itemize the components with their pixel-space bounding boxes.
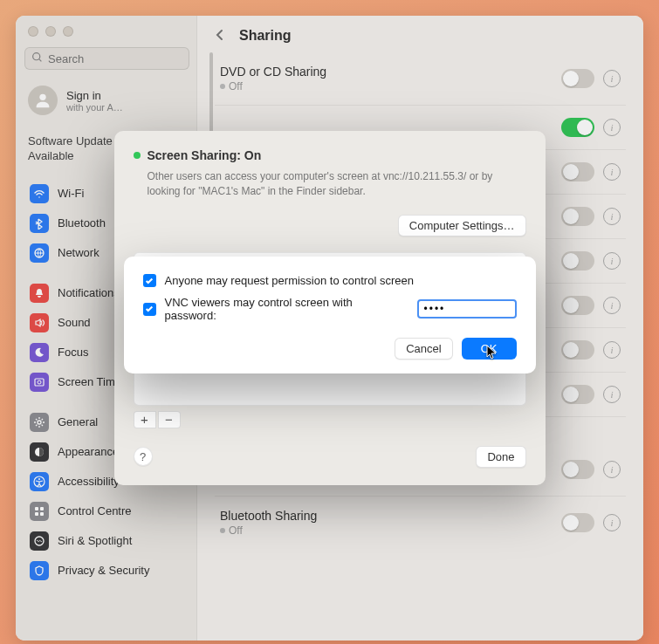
svg-point-2 [39,94,45,100]
info-icon[interactable]: i [603,514,621,531]
sidebar-item-label: General [58,415,98,428]
info-icon[interactable]: i [603,163,621,181]
sidebar-item-label: Appearance [58,445,119,458]
svg-point-6 [38,421,41,424]
row-status: Off [220,80,561,92]
info-icon[interactable]: i [603,461,621,478]
minimize-icon[interactable] [45,26,56,37]
search-input[interactable] [24,47,189,70]
window-controls[interactable] [28,26,189,37]
wifi-icon [30,184,49,203]
screentime-icon [30,373,49,392]
svg-point-5 [38,380,41,384]
sidebar-item-label: Siri & Spotlight [58,534,132,547]
sidebar-item-label: Bluetooth [58,216,106,230]
info-icon[interactable]: i [603,297,621,314]
sidebar-item-label: Sound [58,316,91,329]
svg-point-9 [38,478,40,480]
computer-settings-dialog: Anyone may request permission to control… [124,257,536,373]
network-icon [30,243,49,263]
privacy-icon [30,561,49,580]
back-button[interactable] [213,28,229,44]
sheet-title: Screen Sharing: On [148,148,262,162]
info-icon[interactable]: i [603,70,621,87]
sidebar-item-label: Network [58,246,100,259]
info-icon[interactable]: i [603,252,621,270]
svg-rect-10 [35,507,38,510]
close-icon[interactable] [28,26,38,37]
sheet-desc: Other users can access your computer's s… [148,169,526,199]
vnc-checkbox[interactable] [143,303,156,316]
sidebar-item-label: Screen Time [58,375,121,388]
sharing-row: Bluetooth SharingOffi [215,497,626,549]
status-dot-icon [134,152,141,159]
sidebar-item-label: Control Centre [58,504,132,517]
row-title: DVD or CD Sharing [220,65,561,79]
info-icon[interactable]: i [603,341,621,359]
bluetooth-icon [30,214,49,233]
anyone-checkbox[interactable] [143,274,156,287]
sidebar-item-control-centre[interactable]: Control Centre [24,497,189,525]
control-icon [30,502,49,521]
toggle[interactable] [561,513,594,532]
toggle[interactable] [561,207,594,226]
remove-button[interactable]: − [158,411,181,428]
page-title: Sharing [239,28,292,44]
sidebar-item-label: Accessibility [58,475,120,488]
account-row[interactable]: Sign in with your A… [24,82,189,126]
cursor-icon [486,345,498,360]
vnc-label: VNC viewers may control screen with pass… [165,296,403,322]
svg-rect-4 [35,379,44,386]
svg-point-0 [33,53,40,60]
cancel-button[interactable]: Cancel [395,338,452,360]
info-icon[interactable]: i [603,119,621,136]
info-icon[interactable]: i [603,386,621,403]
sound-icon [30,313,49,332]
sidebar-item-label: Focus [58,346,88,359]
add-button[interactable]: + [134,411,156,428]
toggle[interactable] [561,460,594,479]
sidebar-item-label: Privacy & Security [58,564,149,577]
toggle[interactable] [561,251,594,271]
sharing-row: DVD or CD SharingOffi [215,52,626,106]
svg-rect-13 [40,512,44,516]
appearance-icon [30,442,49,462]
ok-button[interactable]: OK [462,338,517,360]
account-sub: with your A… [66,102,123,113]
search-icon [31,51,43,65]
row-title: Bluetooth Sharing [220,509,561,523]
toggle[interactable] [561,385,594,404]
siri-icon [30,531,49,551]
maximize-icon[interactable] [63,26,73,37]
gear-icon [30,413,49,432]
done-button[interactable]: Done [476,446,525,468]
svg-line-1 [39,59,41,61]
vnc-password-input[interactable] [417,299,517,319]
toggle[interactable] [561,69,594,88]
row-status: Off [220,524,561,537]
focus-icon [30,343,49,362]
toggle[interactable] [561,162,594,182]
sidebar-item-siri-spotlight[interactable]: Siri & Spotlight [24,527,189,555]
anyone-label: Anyone may request permission to control… [165,274,414,287]
info-icon[interactable]: i [603,208,621,225]
bell-icon [30,284,49,303]
svg-rect-11 [40,507,44,510]
avatar [28,86,58,115]
toggle[interactable] [561,118,594,137]
accessibility-icon [30,472,49,491]
help-button[interactable]: ? [134,447,153,466]
svg-rect-12 [35,512,38,516]
sidebar-item-label: Notifications [58,286,120,299]
toggle[interactable] [561,340,594,360]
account-name: Sign in [66,89,123,102]
computer-settings-button[interactable]: Computer Settings… [398,215,526,236]
toggle[interactable] [561,296,594,315]
sidebar-item-privacy-security[interactable]: Privacy & Security [24,557,189,585]
sidebar-item-label: Wi-Fi [58,187,84,200]
